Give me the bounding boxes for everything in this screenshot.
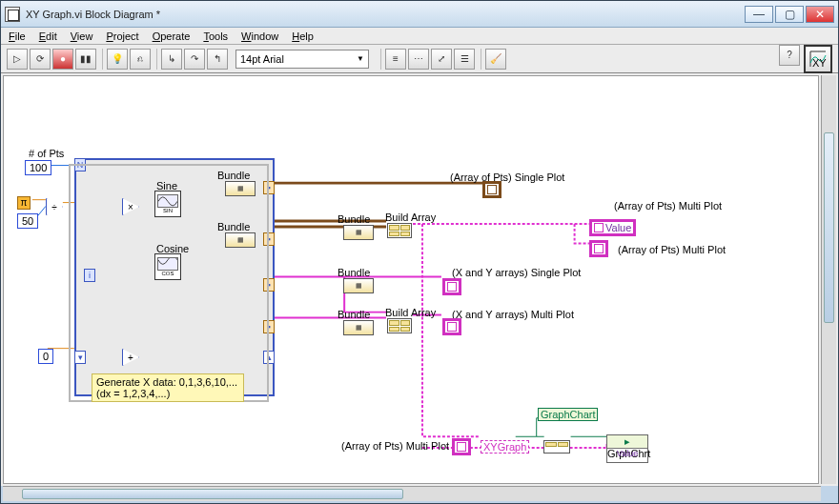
- pi-constant[interactable]: π: [17, 196, 31, 210]
- xy-multi-label: (X and Y arrays) Multi Plot: [452, 309, 574, 320]
- resize-button[interactable]: ⤢: [431, 49, 452, 70]
- close-button[interactable]: ✕: [806, 6, 834, 23]
- tunnel-4[interactable]: ▪: [263, 320, 275, 333]
- graph-icon: [447, 322, 457, 332]
- graphchart-ref[interactable]: GraphChart: [538, 408, 598, 421]
- arr-pts-single-indicator[interactable]: [484, 183, 500, 196]
- step-out-button[interactable]: ↰: [207, 49, 228, 70]
- arr-pts-multi-label: (Array of Pts) Multi Plot: [614, 200, 722, 212]
- content-area: # of Pts 100 π 50 ÷ N i ▾ ▴ ▪ ▪ ▪ ▪: [1, 73, 838, 486]
- tunnel-2[interactable]: ▪: [263, 232, 275, 246]
- bundle4-label: Bundle: [338, 309, 370, 320]
- sine-function[interactable]: SIN: [154, 191, 181, 217]
- svg-text:XY: XY: [812, 57, 827, 69]
- const-zero-value: 0: [38, 349, 53, 364]
- graph-icon: [594, 223, 604, 232]
- build-array2-label: Build Array: [385, 307, 436, 318]
- invoke-node[interactable]: [543, 440, 570, 454]
- v-scroll-thumb[interactable]: [824, 132, 834, 323]
- divide-node[interactable]: ÷: [46, 198, 63, 215]
- value-label: Value: [605, 222, 631, 233]
- menu-tools[interactable]: Tools: [203, 30, 228, 42]
- app-window: XY Graph.vi Block Diagram * — ▢ ✕ File E…: [0, 0, 839, 504]
- xy-single-label: (X and Y arrays) Single Plot: [452, 267, 581, 278]
- graph-icon: [447, 282, 457, 292]
- tunnel-1[interactable]: ▪: [263, 181, 275, 194]
- menu-project[interactable]: Project: [106, 30, 138, 42]
- menu-file[interactable]: File: [9, 30, 26, 42]
- xy-single-indicator[interactable]: [444, 280, 460, 293]
- shift-reg-left[interactable]: ▾: [74, 351, 86, 364]
- sine-sub-label: SIN: [163, 208, 173, 213]
- reorder-button[interactable]: ☰: [454, 49, 475, 70]
- align-button[interactable]: ≡: [385, 49, 406, 70]
- menu-window[interactable]: Window: [241, 30, 278, 42]
- arr-pts-multi-bottom-label: (Array of Pts) Multi Plot: [341, 440, 449, 452]
- font-label: 14pt Arial: [240, 53, 284, 65]
- const-zero[interactable]: 0: [38, 349, 53, 364]
- bundle1-label: Bundle: [217, 170, 250, 181]
- build-array-1[interactable]: [387, 223, 412, 238]
- arr-pts-multi-indicator-2[interactable]: [591, 242, 606, 255]
- toolbar: ▷ ⟳ ● ▮▮ 💡 ⎌ ↳ ↷ ↰ 14pt Arial ▼ ≡ ⋯ ⤢ ☰ …: [1, 45, 838, 73]
- retain-wire-button[interactable]: ⎌: [130, 49, 151, 70]
- xygraph-link[interactable]: XYGraph: [481, 440, 529, 454]
- font-selector[interactable]: 14pt Arial ▼: [235, 50, 369, 69]
- num-pts-label: # of Pts: [27, 147, 66, 160]
- menu-view[interactable]: View: [71, 30, 93, 42]
- bundle-node-3[interactable]: ▦: [343, 278, 374, 293]
- menubar: File Edit View Project Operate Tools Win…: [1, 28, 838, 45]
- build-array-2[interactable]: [387, 318, 412, 333]
- comment-line1: Generate X data: 0,1,3,6,10,...: [96, 376, 239, 388]
- highlight-exec-button[interactable]: 💡: [107, 49, 128, 70]
- maximize-button[interactable]: ▢: [775, 6, 804, 23]
- graph-icon: [594, 244, 604, 253]
- bundle-outer-label: Bundle: [338, 213, 370, 225]
- xy-multi-indicator[interactable]: [444, 320, 460, 333]
- context-help-button[interactable]: ?: [779, 45, 800, 66]
- vi-icon[interactable]: XY: [804, 45, 832, 73]
- graph-icon: [487, 185, 497, 194]
- titlebar[interactable]: XY Graph.vi Block Diagram * — ▢ ✕: [1, 1, 838, 28]
- step-into-button[interactable]: ↳: [161, 49, 182, 70]
- num-pts-control[interactable]: 100: [25, 160, 51, 175]
- tunnel-3[interactable]: ▪: [263, 278, 275, 292]
- shift-reg-right[interactable]: ▴: [263, 351, 275, 364]
- run-button[interactable]: ▷: [7, 49, 28, 70]
- arr-pts-multi-indicator[interactable]: Value: [591, 221, 634, 234]
- cleanup-button[interactable]: 🧹: [485, 49, 506, 70]
- arr-pts-single-label: (Array of Pts) Single Plot: [450, 171, 564, 183]
- run-continuous-button[interactable]: ⟳: [30, 49, 51, 70]
- h-scroll-thumb[interactable]: [22, 489, 403, 499]
- bundle-node-1[interactable]: ▦: [225, 181, 256, 196]
- xy-plot-icon: XY: [808, 50, 828, 69]
- menu-operate[interactable]: Operate: [153, 30, 191, 42]
- comment-box[interactable]: Generate X data: 0,1,3,6,10,... (dx = 1,…: [92, 373, 244, 402]
- bundle-node-4[interactable]: ▦: [343, 320, 374, 335]
- const-50[interactable]: 50: [17, 213, 38, 229]
- vertical-scrollbar[interactable]: [821, 75, 836, 484]
- menu-edit[interactable]: Edit: [39, 30, 57, 42]
- loop-N-terminal[interactable]: N: [74, 158, 86, 171]
- app-icon: [5, 7, 20, 22]
- pause-button[interactable]: ▮▮: [75, 49, 96, 70]
- arr-pts-multi-label-2: (Array of Pts) Multi Plot: [618, 244, 726, 255]
- const-50-value: 50: [17, 213, 38, 229]
- arr-pts-multi-bottom-indicator[interactable]: [454, 440, 469, 454]
- bundle2-label: Bundle: [217, 221, 250, 232]
- bundle-node-2[interactable]: ▦: [225, 232, 256, 248]
- block-diagram-canvas[interactable]: # of Pts 100 π 50 ÷ N i ▾ ▴ ▪ ▪ ▪ ▪: [3, 75, 819, 484]
- grphchrt-property-node[interactable]: ▸ GrphChrt Value: [606, 434, 648, 463]
- chevron-down-icon: ▼: [357, 54, 364, 63]
- distribute-button[interactable]: ⋯: [408, 49, 429, 70]
- num-pts-value[interactable]: 100: [25, 160, 51, 175]
- horizontal-scrollbar[interactable]: [3, 486, 821, 501]
- loop-i-terminal[interactable]: i: [84, 269, 95, 282]
- minimize-button[interactable]: —: [745, 6, 773, 23]
- bundle-node-outer[interactable]: ▦: [343, 225, 374, 240]
- bundle3-label: Bundle: [338, 267, 370, 278]
- menu-help[interactable]: Help: [292, 30, 314, 42]
- cosine-function[interactable]: COS: [154, 253, 181, 280]
- step-over-button[interactable]: ↷: [184, 49, 205, 70]
- abort-button[interactable]: ●: [52, 49, 73, 70]
